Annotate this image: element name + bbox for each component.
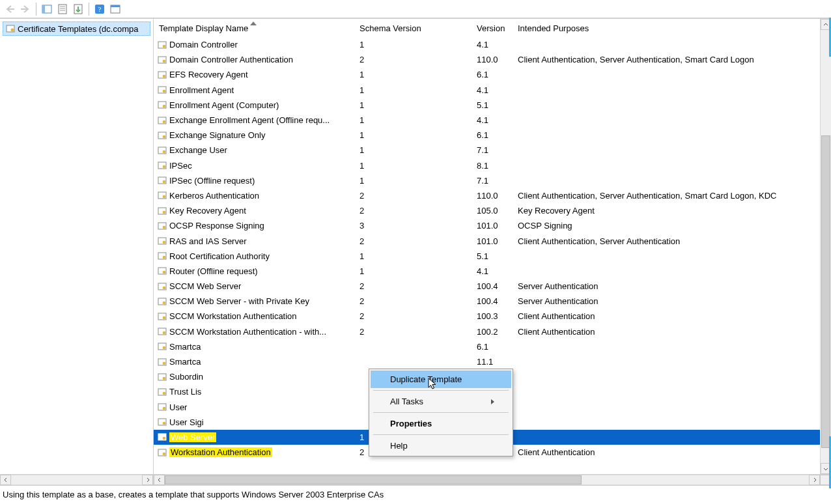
context-menu-separator [373, 434, 509, 435]
row-version: 7.1 [472, 173, 513, 188]
certificate-template-icon [158, 448, 167, 457]
tree-node-certificate-templates[interactable]: Certificate Templates (dc.compa [3, 21, 150, 36]
row-name: OCSP Response Signing [169, 221, 264, 231]
column-header-version[interactable]: Version [472, 19, 513, 37]
row-version: 6.1 [472, 67, 513, 82]
table-row[interactable]: Domain Controller Authentication2110.0Cl… [154, 52, 820, 67]
table-row[interactable]: Exchange Enrollment Agent (Offline requ.… [154, 113, 820, 128]
table-row[interactable]: Router (Offline request)14.1 [154, 264, 820, 279]
table-row[interactable]: IPSec18.1 [154, 158, 820, 173]
row-name: SCCM Workstation Authentication - with..… [169, 327, 326, 337]
column-header-schema[interactable]: Schema Version [354, 19, 472, 37]
table-row[interactable]: SCCM Web Server - with Private Key2100.4… [154, 294, 820, 309]
row-schema: 2 [354, 279, 472, 294]
scroll-track[interactable] [821, 30, 831, 463]
row-purposes [513, 400, 820, 415]
table-row[interactable]: Kerberos Authentication2110.0Client Auth… [154, 188, 820, 203]
table-row[interactable]: Root Certification Authority15.1 [154, 249, 820, 264]
back-button[interactable] [3, 2, 17, 16]
scroll-track[interactable] [165, 475, 809, 485]
certificate-template-icon [158, 282, 167, 291]
row-version: 4.1 [472, 113, 513, 128]
window-button[interactable] [108, 2, 122, 16]
table-row[interactable]: SCCM Web Server2100.4Server Authenticati… [154, 279, 820, 294]
vertical-scrollbar[interactable] [820, 19, 831, 474]
tree-horizontal-scrollbar[interactable] [0, 474, 153, 485]
certificate-template-icon [158, 70, 167, 79]
svg-point-46 [163, 286, 166, 289]
svg-point-16 [163, 59, 166, 63]
table-row[interactable]: Smartca6.1 [154, 339, 820, 354]
row-version: 5.1 [472, 249, 513, 264]
scroll-thumb[interactable] [821, 135, 830, 448]
scroll-right-button[interactable] [142, 475, 153, 485]
scroll-left-button[interactable] [154, 475, 165, 485]
table-row[interactable]: EFS Recovery Agent16.1 [154, 67, 820, 82]
context-menu-label: Help [390, 441, 408, 451]
certificate-template-icon [158, 417, 167, 427]
table-row[interactable]: Key Recovery Agent2105.0Key Recovery Age… [154, 203, 820, 218]
row-purposes [513, 143, 820, 158]
svg-point-26 [163, 135, 166, 138]
row-version: 110.0 [472, 188, 513, 203]
tree-scroll-track[interactable] [11, 475, 142, 485]
row-name: Exchange User [169, 145, 227, 155]
column-header-purposes[interactable]: Intended Purposes [513, 19, 820, 37]
row-name: Smartca [169, 342, 201, 352]
certificate-template-icon [158, 221, 167, 231]
context-menu-all-tasks[interactable]: All Tasks [371, 393, 511, 410]
table-row[interactable]: Domain Controller14.1 [154, 37, 820, 52]
list-pane: Template Display Name Schema Version Ver… [154, 19, 831, 485]
table-row[interactable]: Exchange Signature Only16.1 [154, 128, 820, 143]
table-row[interactable]: SCCM Workstation Authentication - with..… [154, 324, 820, 339]
svg-point-44 [163, 271, 166, 274]
show-hide-tree-button[interactable] [40, 2, 54, 16]
table-row[interactable]: IPSec (Offline request)17.1 [154, 173, 820, 188]
svg-point-14 [163, 44, 166, 48]
context-menu-label: All Tasks [390, 397, 423, 406]
properties-button[interactable] [55, 2, 70, 16]
row-purposes: Client Authentication [513, 309, 820, 324]
svg-point-36 [163, 210, 166, 214]
row-schema: 1 [354, 113, 472, 128]
svg-text:?: ? [98, 5, 102, 13]
row-purposes [513, 98, 820, 113]
table-row[interactable]: SCCM Workstation Authentication2100.3Cli… [154, 309, 820, 324]
table-row[interactable]: Enrollment Agent14.1 [154, 83, 820, 98]
forward-button[interactable] [18, 2, 33, 16]
row-version: 5.1 [472, 98, 513, 113]
certificate-template-icon [158, 266, 167, 275]
table-row[interactable]: Exchange User17.1 [154, 143, 820, 158]
table-row[interactable]: Smartca11.1 [154, 354, 820, 369]
row-name: Exchange Signature Only [169, 130, 265, 140]
svg-point-34 [163, 195, 166, 199]
scroll-left-button[interactable] [0, 475, 11, 485]
certificate-template-icon [158, 191, 167, 200]
context-menu-duplicate-template[interactable]: Duplicate Template [371, 371, 511, 388]
svg-point-38 [163, 226, 166, 229]
help-button[interactable]: ? [92, 2, 107, 16]
context-menu-separator [373, 390, 509, 391]
context-menu-properties[interactable]: Properties [371, 415, 511, 432]
svg-point-32 [163, 180, 166, 184]
status-bar: Using this template as a base, creates a… [0, 485, 831, 504]
context-menu-help[interactable]: Help [371, 437, 511, 455]
chevron-left-icon [3, 477, 8, 483]
svg-point-28 [163, 150, 166, 154]
table-row[interactable]: RAS and IAS Server2101.0Client Authentic… [154, 233, 820, 248]
certificate-template-icon [158, 236, 167, 245]
row-version: 6.1 [472, 128, 513, 143]
row-purposes: Server Authentication [513, 294, 820, 309]
list-horizontal-scrollbar[interactable] [154, 474, 831, 485]
export-button[interactable] [71, 2, 85, 16]
row-purposes: Client Authentication, Server Authentica… [513, 188, 820, 203]
certificate-template-icon [158, 100, 167, 109]
certificate-template-icon [158, 327, 167, 336]
row-version: 100.4 [472, 279, 513, 294]
table-row[interactable]: OCSP Response Signing3101.0OCSP Signing [154, 218, 820, 233]
table-row[interactable]: Enrollment Agent (Computer)15.1 [154, 98, 820, 113]
context-menu: Duplicate Template All Tasks Properties [369, 369, 513, 456]
scroll-right-button[interactable] [809, 475, 820, 485]
scroll-thumb[interactable] [165, 475, 582, 484]
chevron-left-icon [157, 477, 162, 483]
